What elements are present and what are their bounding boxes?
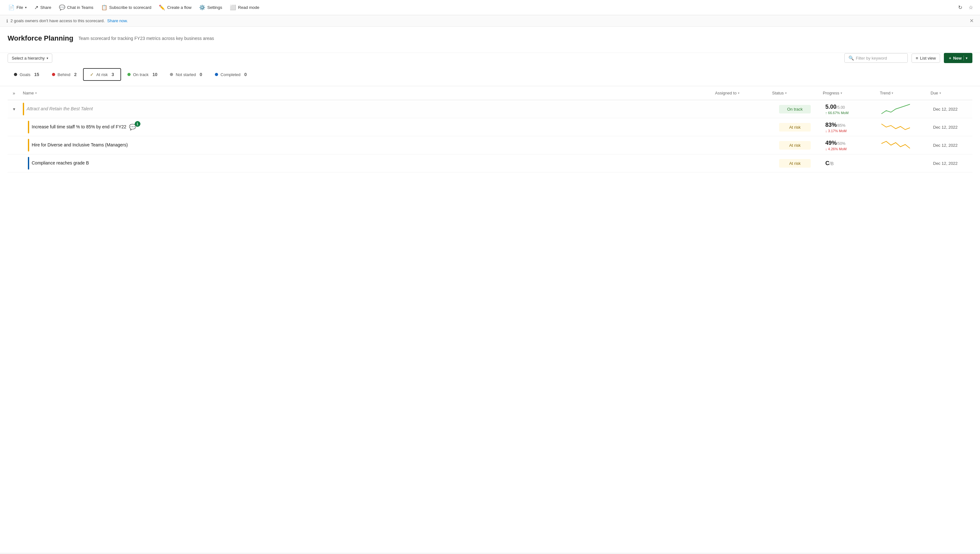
hierarchy-chevron-icon: ▾: [46, 56, 48, 60]
info-icon: ℹ: [6, 18, 8, 24]
completed-label: Completed: [221, 72, 240, 77]
file-label: File: [16, 5, 23, 10]
due-column-header[interactable]: Due ▾: [928, 89, 972, 97]
not-started-count: 0: [200, 72, 202, 77]
table-row: Compliance reaches grade B At risk C/B D…: [8, 154, 972, 172]
orange-bar-icon: [28, 139, 29, 151]
settings-button[interactable]: ⚙️ Settings: [196, 3, 225, 12]
trend-sort-icon: ▾: [892, 91, 893, 95]
new-chevron-icon: ▾: [966, 56, 967, 60]
stat-on-track[interactable]: On track 10: [121, 69, 164, 80]
progress-column-header[interactable]: Progress ▾: [820, 89, 877, 97]
status-header-label: Status: [772, 91, 784, 96]
status-badge: At risk: [779, 159, 811, 168]
progress-sort-icon: ▾: [840, 91, 842, 95]
share-button[interactable]: ↗ Share: [31, 3, 54, 12]
toolbar: 📄 File ▾ ↗ Share 💬 Chat in Teams 📋 Subsc…: [0, 0, 980, 15]
chat-badge-count: 1: [135, 121, 140, 127]
progress-letter: C: [825, 160, 829, 166]
table-header: » Name ▾ Assigned to ▾ Status ▾ Progress…: [8, 86, 972, 100]
stat-completed[interactable]: Completed 0: [208, 69, 253, 80]
row-2-trend-cell: [877, 118, 928, 136]
on-track-label: On track: [133, 72, 149, 77]
notification-bar: ℹ 2 goals owners don't have access to th…: [0, 15, 980, 27]
name-sort-icon: ▾: [35, 91, 37, 95]
stat-goals[interactable]: Goals 15: [8, 69, 46, 80]
table-row: Increase full time staff % to 85% by end…: [8, 118, 972, 136]
row-3-assigned: [713, 143, 770, 148]
scorecard-title: Workforce Planning: [8, 34, 73, 43]
list-view-button[interactable]: ≡ List view: [912, 54, 940, 63]
assigned-header-label: Assigned to: [715, 91, 737, 96]
row-2-assigned: [713, 124, 770, 130]
share-now-link[interactable]: Share now.: [107, 18, 128, 23]
row-4-trend-cell: [877, 161, 928, 166]
scorecard-header: Workforce Planning Team scorecard for tr…: [0, 27, 980, 53]
stats-bar: Goals 15 Behind 2 ✓ At risk 3 On track 1…: [0, 68, 980, 86]
row-2-status-cell: At risk: [770, 121, 820, 134]
not-started-label: Not started: [176, 72, 196, 77]
on-track-dot-icon: [127, 73, 130, 76]
behind-dot-icon: [52, 73, 55, 76]
file-menu[interactable]: 📄 File ▾: [5, 3, 30, 12]
chat-label: Chat in Teams: [67, 5, 94, 10]
flow-icon: ✏️: [159, 5, 165, 10]
stat-behind[interactable]: Behind 2: [46, 69, 83, 80]
subscribe-label: Subscribe to scorecard: [109, 5, 151, 10]
chat-in-teams-button[interactable]: 💬 Chat in Teams: [56, 3, 97, 12]
read-mode-button[interactable]: ⬜ Read mode: [227, 3, 262, 12]
progress-value: 83%: [825, 122, 837, 128]
create-flow-button[interactable]: ✏️ Create a flow: [156, 3, 195, 12]
subscribe-button[interactable]: 📋 Subscribe to scorecard: [98, 3, 155, 12]
search-icon: 🔍: [848, 56, 854, 60]
completed-dot-icon: [215, 73, 218, 76]
close-notification-button[interactable]: ✕: [970, 18, 974, 24]
row-2-name: Increase full time staff % to 85% by end…: [32, 124, 126, 130]
controls-row: Select a hierarchy ▾ 🔍 Filter by keyword…: [0, 53, 980, 68]
name-column-header[interactable]: Name ▾: [20, 89, 713, 97]
check-icon: ✓: [90, 72, 94, 77]
plus-icon: +: [949, 56, 951, 60]
goals-dot-icon: [14, 73, 17, 76]
progress-value: 49%: [825, 140, 837, 146]
behind-label: Behind: [58, 72, 70, 77]
row-expander-1[interactable]: ▾: [8, 107, 20, 111]
row-1-trend-cell: [877, 100, 928, 118]
trend-chart: [880, 121, 912, 134]
status-sort-icon: ▾: [785, 91, 787, 95]
stat-at-risk[interactable]: ✓ At risk 3: [83, 68, 121, 81]
expand-all-header[interactable]: »: [8, 89, 20, 97]
progress-value: 5.00: [825, 103, 837, 110]
share-label: Share: [40, 5, 51, 10]
due-header-label: Due: [931, 91, 938, 96]
trend-chart: [880, 139, 912, 151]
blue-bar-icon: [28, 157, 29, 170]
row-1-due: Dec 12, 2022: [928, 104, 972, 114]
star-icon[interactable]: ☆: [967, 3, 975, 12]
subscribe-icon: 📋: [101, 5, 107, 10]
teams-icon: 💬: [59, 5, 65, 10]
goals-table: » Name ▾ Assigned to ▾ Status ▾ Progress…: [0, 86, 980, 172]
row-4-name: Compliance reaches grade B: [32, 160, 89, 166]
row-4-assigned: [713, 161, 770, 166]
row-3-progress-cell: 49%/50% ↓ 4.26% MoM: [820, 137, 877, 153]
read-mode-label: Read mode: [238, 5, 259, 10]
assigned-to-column-header[interactable]: Assigned to ▾: [713, 89, 770, 97]
share-icon: ↗: [34, 5, 38, 10]
assigned-sort-icon: ▾: [738, 91, 740, 95]
status-badge: At risk: [779, 141, 811, 150]
filter-input-box[interactable]: 🔍 Filter by keyword: [844, 53, 908, 63]
trend-column-header[interactable]: Trend ▾: [877, 89, 928, 97]
progress-change: ↓ 3.17% MoM: [825, 129, 872, 133]
row-1-assigned: [713, 107, 770, 111]
goals-count: 15: [34, 72, 39, 77]
refresh-icon[interactable]: ↻: [956, 3, 964, 12]
row-4-due: Dec 12, 2022: [928, 158, 972, 168]
at-risk-count: 3: [111, 72, 114, 77]
status-column-header[interactable]: Status ▾: [770, 89, 820, 97]
scorecard-subtitle: Team scorecard for tracking FY23 metrics…: [78, 36, 214, 41]
stat-not-started[interactable]: Not started 0: [164, 69, 208, 80]
hierarchy-dropdown[interactable]: Select a hierarchy ▾: [8, 54, 52, 63]
new-button[interactable]: + New ▾: [944, 53, 972, 63]
progress-header-label: Progress: [823, 91, 839, 96]
